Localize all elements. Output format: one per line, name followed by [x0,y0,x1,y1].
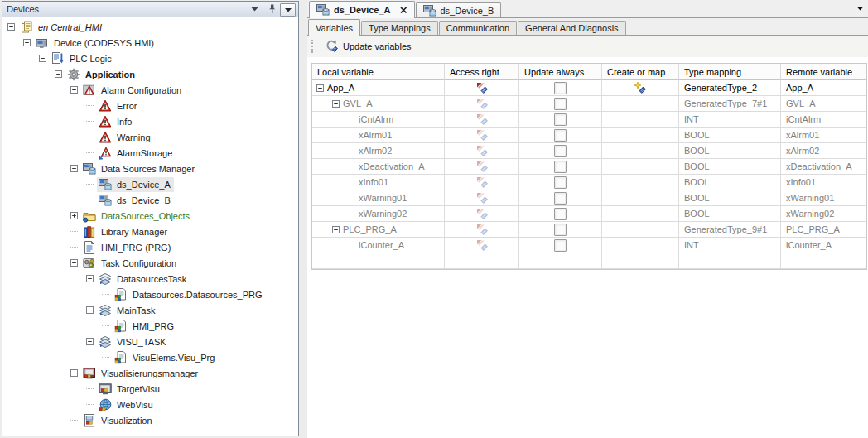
table-row-icounter_a[interactable]: iCounter_AINTiCounter_A [312,238,866,253]
table-row-xwarning02[interactable]: xWarning02BOOLxWarning02 [312,206,866,222]
update-always-checkbox[interactable] [554,82,567,94]
tree-expander-minus-icon[interactable] [39,55,46,62]
tree-expander-minus-icon[interactable] [70,259,78,267]
tree-item-error[interactable]: Error [2,98,298,113]
tree-item-datasourcestask[interactable]: DatasourcesTask [2,271,298,286]
update-always-checkbox[interactable] [554,192,567,205]
tree-item-warning[interactable]: Warning [2,129,298,145]
table-row-xalrm02[interactable]: xAlrm02BOOLxAlrm02 [312,143,866,159]
doc-tab-close-icon[interactable] [400,7,407,14]
tree-item-targetvisu[interactable]: TargetVisu [2,381,298,397]
access-right-icon[interactable] [476,176,488,188]
tree-item-library-manager[interactable]: Library Manager [2,224,298,239]
row-expander-minus-icon[interactable] [332,100,340,108]
tree-item-visuelems-visu-prg[interactable]: VisuElems.Visu_Prg [2,349,298,365]
table-row-app_a[interactable]: App_AGeneratedType_2App_A [312,80,866,96]
panel-splitter[interactable] [299,0,307,438]
doc-tab-ds_device_a[interactable]: ds_Device_A [309,1,415,18]
access-right-icon[interactable] [476,82,488,94]
table-row-icntalrm[interactable]: iCntAlrmINTiCntAlrm [312,112,866,128]
table-row-xdeactivation_a[interactable]: xDeactivation_ABOOLxDeactivation_A [312,159,866,175]
tree-expander-minus-icon[interactable] [86,275,94,282]
tree-expander-plus-icon[interactable] [70,212,78,219]
table-row-plc_prg_a[interactable]: PLC_PRG_AGeneratedType_9#1PLC_PRG_A [312,222,866,238]
column-header-remote-variable[interactable]: Remote variable [781,64,866,80]
tab-list-chevron-down-icon[interactable] [856,6,864,11]
tree-expander-minus-icon[interactable] [70,369,78,377]
tree-item-maintask[interactable]: MainTask [2,302,298,318]
update-always-checkbox[interactable] [554,98,567,110]
access-right-icon[interactable] [476,145,488,156]
table-row-xalrm01[interactable]: xAlrm01BOOLxAlrm01 [312,128,866,143]
tree-item-webvisu[interactable]: WebVisu [2,397,298,412]
tree-expander-minus-icon[interactable] [7,23,15,31]
tree-item-hmi-prg[interactable]: HMI_PRG [2,318,298,334]
update-always-checkbox[interactable] [554,145,567,157]
tree-expander-minus-icon[interactable] [70,165,78,172]
tree-expander-minus-icon[interactable] [86,338,94,345]
access-right-icon[interactable] [476,129,488,141]
table-row-gvl_a[interactable]: GVL_AGeneratedType_7#1GVL_A [312,96,866,112]
tree-expander-minus-icon[interactable] [70,86,78,94]
column-header-type-mapping[interactable]: Type mapping [679,64,781,80]
tree-item-task-configuration[interactable]: Task Configuration [2,255,298,271]
access-right-icon[interactable] [476,98,488,109]
column-header-update-always[interactable]: Update always [519,64,602,80]
update-always-checkbox[interactable] [554,239,567,252]
tree-item-info[interactable]: Info [2,113,298,129]
tree-item-visualization[interactable]: Visualization [2,412,298,428]
update-always-checkbox[interactable] [554,113,567,126]
tree-expander-minus-icon[interactable] [23,39,31,46]
access-right-icon[interactable] [476,239,488,251]
tree-expander-minus-icon[interactable] [55,70,62,78]
column-header-access-right[interactable]: Access right [445,64,519,80]
create-or-map-icon[interactable] [634,82,646,94]
tree-item-plc-logic[interactable]: PLC Logic [2,51,298,66]
tree-expander-minus-icon[interactable] [86,306,94,314]
panel-menu-chevron-down-icon[interactable] [249,4,259,14]
tree-item-ds-device-a[interactable]: ds_Device_A [2,176,298,192]
table-row-xwarning01[interactable]: xWarning01BOOLxWarning01 [312,190,866,206]
update-variables-button[interactable]: Update variables [321,37,416,55]
table-row-empty[interactable] [312,253,866,269]
tree-item-en-central-hmi[interactable]: en Central_HMI [2,19,298,35]
cell-update-always [519,96,602,112]
tree-item-alarm-configuration[interactable]: Alarm Configuration [2,82,298,98]
tree-item-visu-task[interactable]: VISU_TASK [2,334,298,349]
tree-item-device-codesys-hmi-[interactable]: Device (CODESYS HMI) [2,35,298,51]
column-header-local-variable[interactable]: Local variable [312,64,445,80]
access-right-icon[interactable] [476,208,488,219]
access-right-icon[interactable] [476,224,488,235]
doc-tab-ds_device_b[interactable]: ds_Device_B [416,2,502,17]
update-always-checkbox[interactable] [554,161,567,173]
access-right-icon[interactable] [476,192,488,204]
sub-tab-variables[interactable]: Variables [308,19,360,36]
tree-item-label: en Central_HMI [36,22,104,32]
tree-connector [102,357,109,359]
toolbar-grip[interactable] [311,40,315,53]
row-expander-minus-icon[interactable] [332,226,340,233]
devices-tree-dropdown-button[interactable] [280,3,296,17]
access-right-icon[interactable] [476,113,488,125]
tree-item-application[interactable]: Application [2,66,298,82]
panel-pin-icon[interactable] [267,4,277,14]
update-always-checkbox[interactable] [554,208,567,220]
cell-access-right [445,190,519,206]
tree-item-data-sources-manager[interactable]: Data Sources Manager [2,161,298,176]
tree-item-datasources-objects[interactable]: DataSources_Objects [2,208,298,224]
update-always-checkbox[interactable] [554,224,567,236]
tree-item-visualisierungsmanager[interactable]: Visualisierungsmanager [2,365,298,381]
tree-item-alarmstorage[interactable]: AlarmStorage [2,145,298,161]
tree-item-hmi-prg-prg-[interactable]: HMI_PRG (PRG) [2,239,298,255]
tree-item-ds-device-b[interactable]: ds_Device_B [2,192,298,208]
sub-tab-general-and-diagnosis[interactable]: General And Diagnosis [518,21,626,35]
table-row-xinfo01[interactable]: xInfo01BOOLxInfo01 [312,175,866,190]
update-always-checkbox[interactable] [554,129,567,142]
column-header-create-or-map[interactable]: Create or map [602,64,679,80]
sub-tab-communication[interactable]: Communication [439,21,517,35]
tree-item-datasources-datasources-prg[interactable]: Datasources.Datasources_PRG [2,286,298,302]
access-right-icon[interactable] [476,161,488,172]
update-always-checkbox[interactable] [554,176,567,189]
sub-tab-type-mappings[interactable]: Type Mappings [361,21,438,35]
row-expander-minus-icon[interactable] [316,84,324,92]
